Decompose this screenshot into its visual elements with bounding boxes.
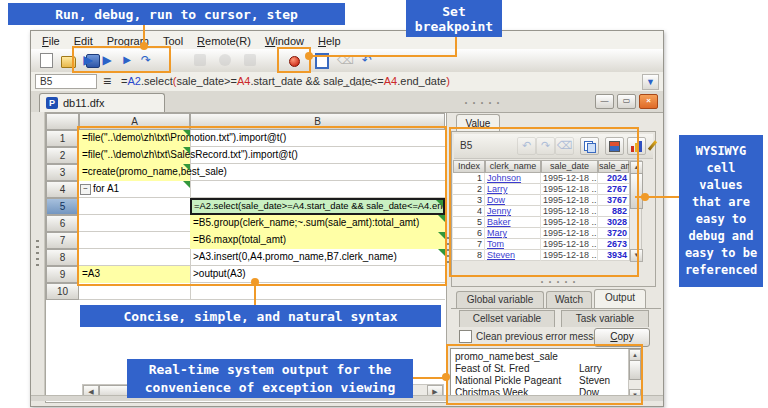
splitter-handle[interactable]: ····· — [463, 98, 503, 109]
restore-icon[interactable]: ▭ — [617, 94, 636, 109]
formula-seg: ) — [446, 75, 450, 87]
edit-pencil-icon[interactable] — [647, 137, 664, 153]
stop-icon-disabled — [219, 54, 231, 66]
tab-output-active[interactable]: Output — [594, 289, 646, 308]
connector-realtime-dot — [442, 373, 450, 381]
connector-run-dot — [140, 42, 148, 50]
annotation-concise-syntax: Concise, simple, and natural syntax — [80, 305, 441, 327]
row-header-2[interactable]: 2 — [46, 147, 79, 164]
document-tab-label: db11.dfx — [63, 97, 104, 109]
annotation-realtime-output: Real-time system output for the convenie… — [127, 359, 413, 398]
row-header-6[interactable]: 6 — [46, 215, 79, 232]
splitter-handle[interactable]: ····· — [539, 277, 579, 288]
formula-bar: B5 ≡ =A2.select(sale_date>=A4.start_date… — [31, 72, 663, 92]
row-header-1[interactable]: 1 — [46, 130, 79, 147]
highlight-output-area — [446, 344, 643, 405]
window-controls: — ▭ × — [595, 94, 658, 109]
row-header-3[interactable]: 3 — [46, 164, 79, 181]
tab-cellset-variable[interactable]: Cellset variable — [459, 310, 555, 327]
row-header-5-selected[interactable]: 5 — [46, 198, 79, 215]
formula-seg: A4 — [237, 75, 250, 87]
grid-corner-header[interactable] — [46, 113, 79, 130]
menu-help[interactable]: Help — [311, 33, 348, 48]
formula-seg: sale_date>= — [176, 75, 237, 87]
pencil-glyph — [648, 140, 657, 150]
row-header-10[interactable]: 10 — [46, 283, 79, 300]
splitter-handle[interactable]: ····· — [336, 80, 376, 91]
close-icon[interactable]: × — [639, 94, 658, 109]
formula-seg: .select — [141, 75, 173, 87]
chart-bar — [639, 141, 642, 152]
new-file-icon[interactable] — [40, 53, 53, 68]
splitter-handle[interactable] — [36, 240, 39, 268]
menu-window[interactable]: Window — [258, 33, 311, 48]
minimize-icon[interactable]: — — [595, 94, 614, 109]
tab-watch[interactable]: Watch — [546, 291, 592, 308]
connector-wysiwyg-dot — [641, 193, 649, 201]
formula-seg: A2 — [127, 75, 140, 87]
pause-icon-disabled — [194, 54, 206, 66]
cell-ref-box[interactable]: B5 — [35, 74, 97, 89]
annotation-set-breakpoint: Set breakpoint — [406, 0, 502, 37]
tab-task-variable[interactable]: Task variable — [561, 310, 649, 327]
screenshot-root: Run, debug, run to cursor, step Set brea… — [0, 0, 768, 408]
annotation-wysiwyg: WYSIWYG cell values that are easy to deb… — [679, 135, 763, 287]
formula-seg: .end_date — [397, 75, 446, 87]
clean-error-checkbox[interactable] — [459, 330, 472, 343]
tab-db11-dfx[interactable]: P db11.dfx — [39, 93, 165, 112]
restart-icon-disabled — [244, 54, 256, 66]
formula-input[interactable]: =A2.select(sale_date>=A4.start_date && s… — [121, 75, 450, 87]
row-header-4[interactable]: 4 — [46, 181, 79, 198]
connector-concise-dot — [251, 278, 259, 286]
formula-expand-icon[interactable]: ▼ — [642, 74, 659, 90]
annotation-run-debug: Run, debug, run to cursor, step — [8, 3, 345, 25]
highlight-value-table — [449, 127, 639, 277]
highlight-run-icons — [72, 46, 171, 73]
connector-breakpoint-dot — [305, 52, 313, 60]
edit-formula-icon[interactable]: ≡ — [103, 73, 111, 89]
row-header-8[interactable]: 8 — [46, 249, 79, 266]
left-tool-strip — [31, 112, 45, 401]
row-header-7[interactable]: 7 — [46, 232, 79, 249]
highlight-grid-cells — [77, 126, 447, 286]
dfx-file-icon: P — [46, 97, 58, 109]
document-tab-bar: P db11.dfx ····· — ▭ × — [31, 91, 663, 113]
formula-seg: A4 — [384, 75, 397, 87]
highlight-breakpoint-icon — [277, 47, 311, 73]
tab-divider — [451, 308, 661, 309]
menu-remote[interactable]: Remote(R) — [190, 33, 258, 48]
row-header-9[interactable]: 9 — [46, 266, 79, 283]
menu-file[interactable]: File — [35, 33, 67, 48]
connector-breakpoint-hline — [307, 55, 457, 57]
tab-global-variable[interactable]: Global variable — [456, 291, 544, 308]
connector-breakpoint-vline — [455, 37, 457, 57]
